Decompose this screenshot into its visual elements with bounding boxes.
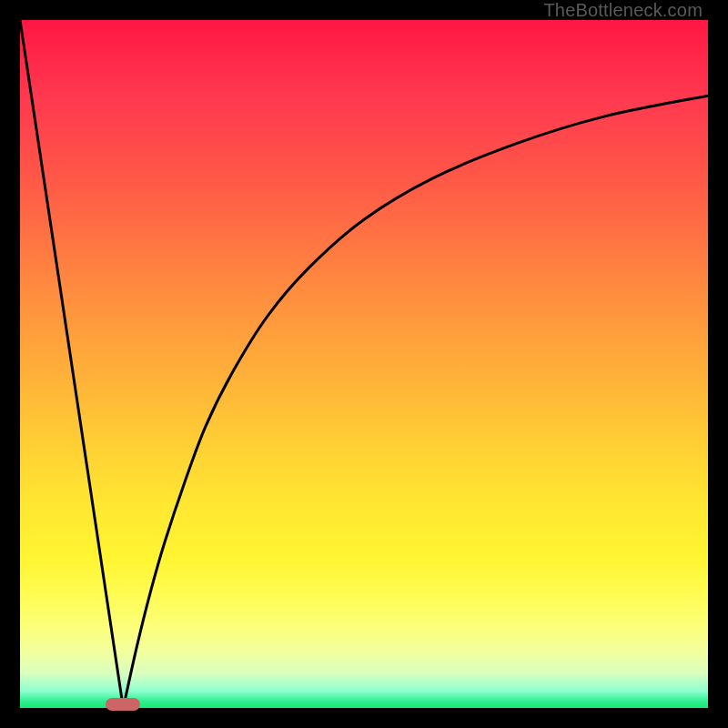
chart-plot-area bbox=[20, 20, 708, 708]
curve-right-branch bbox=[123, 96, 708, 708]
optimal-point-marker bbox=[106, 698, 140, 711]
chart-curve-layer bbox=[20, 20, 708, 708]
curve-left-branch bbox=[20, 20, 123, 708]
watermark-text: TheBottleneck.com bbox=[543, 0, 703, 21]
